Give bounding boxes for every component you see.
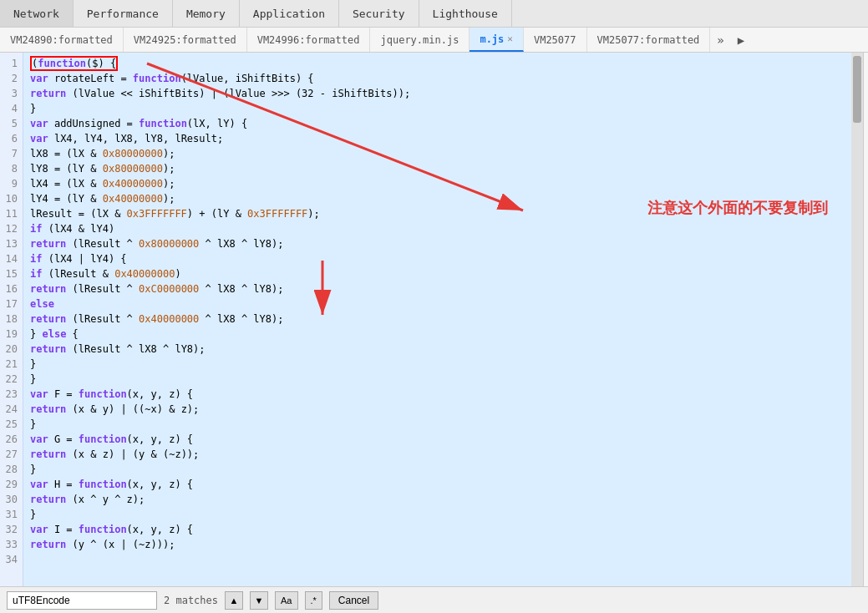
code-line-1: (function($) {: [30, 56, 845, 71]
line-num-34: 34: [0, 552, 23, 567]
code-line-10: lY4 = (lY & 0x40000000);: [30, 191, 845, 206]
code-line-33: return (y ^ (x | (~z)));: [30, 537, 845, 552]
code-line-28: }: [30, 462, 845, 477]
line-num-2: 2: [0, 71, 23, 86]
code-line-14: if (lX4 | lY4) {: [30, 251, 845, 266]
line-num-10: 10: [0, 191, 23, 206]
line-num-20: 20: [0, 342, 23, 357]
code-line-29: var H = function(x, y, z) {: [30, 477, 845, 492]
more-tabs-button[interactable]: »: [710, 28, 730, 52]
tab-jquery[interactable]: jquery.min.js: [370, 28, 470, 52]
line-num-28: 28: [0, 462, 23, 477]
code-line-18: return (lResult ^ 0x40000000 ^ lX8 ^ lY8…: [30, 312, 845, 327]
tab-mjs[interactable]: m.js ✕: [470, 28, 524, 52]
code-line-3: return (lValue << iShiftBits) | (lValue …: [30, 86, 845, 101]
code-line-12: if (lX4 & lY4): [30, 221, 845, 236]
code-line-24: return (x & y) | ((~x) & z);: [30, 402, 845, 417]
nav-memory[interactable]: Memory: [173, 0, 240, 27]
code-line-7: lX8 = (lX & 0x80000000);: [30, 146, 845, 161]
code-line-30: return (x ^ y ^ z);: [30, 492, 845, 507]
line-num-15: 15: [0, 266, 23, 281]
search-next-button[interactable]: ▼: [250, 591, 268, 610]
line-num-8: 8: [0, 161, 23, 176]
tab-vm24925[interactable]: VM24925:formatted: [124, 28, 247, 52]
line-num-3: 3: [0, 86, 23, 101]
line-num-7: 7: [0, 146, 23, 161]
code-line-31: }: [30, 507, 845, 522]
code-line-2: var rotateLeft = function(lValue, iShift…: [30, 71, 845, 86]
code-line-19: } else {: [30, 327, 845, 342]
nav-security[interactable]: Security: [339, 0, 419, 27]
nav-lighthouse[interactable]: Lighthouse: [419, 0, 512, 27]
code-line-25: }: [30, 417, 845, 432]
line-num-24: 24: [0, 402, 23, 417]
line-num-11: 11: [0, 206, 23, 221]
code-line-22: }: [30, 372, 845, 387]
code-line-17: else: [30, 296, 845, 312]
code-line-21: }: [30, 357, 845, 372]
tab-vm24996[interactable]: VM24996:formatted: [247, 28, 371, 52]
code-line-23: var F = function(x, y, z) {: [30, 387, 845, 402]
code-line-4: }: [30, 101, 845, 116]
line-num-19: 19: [0, 327, 23, 342]
close-tab-mjs[interactable]: ✕: [507, 33, 513, 44]
search-bar: 2 matches ▲ ▼ Aa .* Cancel: [0, 586, 868, 613]
search-cancel-button[interactable]: Cancel: [329, 591, 378, 610]
add-tab-button[interactable]: ▶: [731, 28, 751, 52]
nav-application[interactable]: Application: [240, 0, 339, 27]
line-num-22: 22: [0, 372, 23, 387]
code-line-9: lX4 = (lX & 0x40000000);: [30, 176, 845, 191]
line-num-21: 21: [0, 357, 23, 372]
line-num-29: 29: [0, 477, 23, 492]
code-line-8: lY8 = (lY & 0x80000000);: [30, 161, 845, 176]
line-num-6: 6: [0, 131, 23, 146]
line-num-26: 26: [0, 432, 23, 447]
code-editor[interactable]: (function($) {var rotateLeft = function(…: [23, 53, 851, 586]
code-line-6: var lX4, lY4, lX8, lY8, lResult;: [30, 131, 845, 146]
line-num-18: 18: [0, 312, 23, 327]
line-num-31: 31: [0, 507, 23, 522]
code-line-20: return (lResult ^ lX8 ^ lY8);: [30, 342, 845, 357]
line-num-14: 14: [0, 251, 23, 266]
red-box-highlight: (function($) {: [30, 56, 118, 71]
tab-vm25077[interactable]: VM25077: [524, 28, 587, 52]
scrollbar-thumb[interactable]: [853, 56, 861, 123]
code-line-27: return (x & z) | (y & (~z));: [30, 447, 845, 462]
code-line-13: return (lResult ^ 0x80000000 ^ lX8 ^ lY8…: [30, 236, 845, 251]
line-num-23: 23: [0, 387, 23, 402]
line-num-13: 13: [0, 236, 23, 251]
search-prev-button[interactable]: ▲: [225, 591, 243, 610]
code-line-26: var G = function(x, y, z) {: [30, 432, 845, 447]
tab-vm25077-formatted[interactable]: VM25077:formatted: [587, 28, 711, 52]
nav-performance[interactable]: Performance: [74, 0, 173, 27]
line-num-32: 32: [0, 522, 23, 537]
case-sensitive-button[interactable]: Aa: [275, 591, 297, 610]
code-line-11: lResult = (lX & 0x3FFFFFFF) + (lY & 0x3F…: [30, 206, 845, 221]
line-num-12: 12: [0, 221, 23, 236]
line-num-17: 17: [0, 296, 23, 312]
line-num-4: 4: [0, 101, 23, 116]
code-line-16: return (lResult ^ 0xC0000000 ^ lX8 ^ lY8…: [30, 281, 845, 296]
code-line-32: var I = function(x, y, z) {: [30, 522, 845, 537]
code-line-15: if (lResult & 0x40000000): [30, 266, 845, 281]
line-num-33: 33: [0, 537, 23, 552]
nav-network[interactable]: Network: [0, 0, 74, 27]
file-tabs: VM24890:formatted VM24925:formatted VM24…: [0, 28, 868, 53]
line-num-9: 9: [0, 176, 23, 191]
top-nav: Network Performance Memory Application S…: [0, 0, 868, 28]
line-num-1: 1: [0, 56, 23, 71]
line-num-16: 16: [0, 281, 23, 296]
line-num-27: 27: [0, 447, 23, 462]
line-num-25: 25: [0, 417, 23, 432]
scrollbar-track[interactable]: [851, 53, 863, 586]
line-numbers: 1234567891011121314151617181920212223242…: [0, 53, 23, 586]
editor-area: 1234567891011121314151617181920212223242…: [0, 53, 868, 586]
search-input[interactable]: [7, 591, 157, 610]
code-line-5: var addUnsigned = function(lX, lY) {: [30, 116, 845, 131]
right-indicator: [863, 53, 868, 586]
line-num-30: 30: [0, 492, 23, 507]
line-num-5: 5: [0, 116, 23, 131]
match-count: 2 matches: [164, 595, 218, 606]
regex-button[interactable]: .*: [305, 591, 322, 610]
tab-vm24890[interactable]: VM24890:formatted: [0, 28, 124, 52]
